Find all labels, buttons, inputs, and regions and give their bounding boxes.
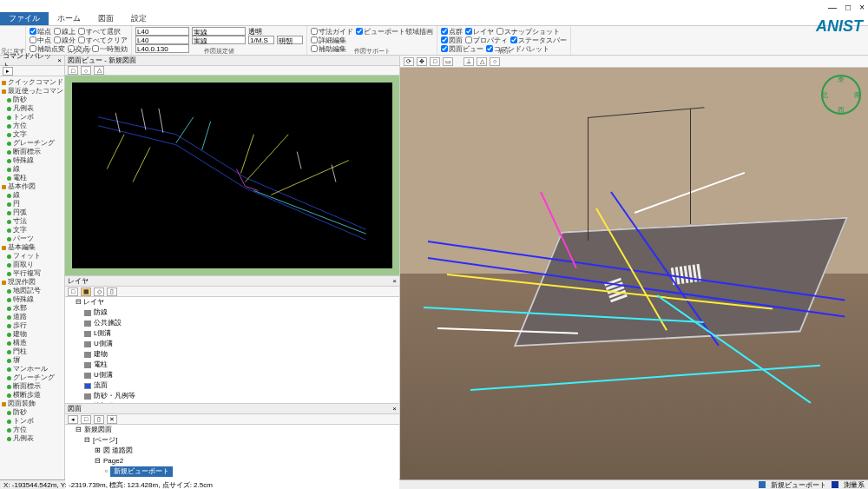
tree-item[interactable]: 地図記号 bbox=[2, 287, 62, 295]
drawings-close-icon[interactable]: × bbox=[392, 405, 397, 413]
layer-row[interactable]: U側溝 bbox=[65, 370, 399, 380]
tree-item[interactable]: 建物 bbox=[2, 330, 62, 339]
tree-item[interactable]: 円弧 bbox=[2, 208, 62, 217]
cmdpanel-close-icon[interactable]: × bbox=[57, 56, 62, 64]
tree-item[interactable]: 断面標示 bbox=[2, 382, 62, 391]
tree-item[interactable]: 方位 bbox=[2, 426, 62, 434]
tab-file[interactable]: ファイル bbox=[0, 12, 49, 25]
tab-home[interactable]: ホーム bbox=[49, 12, 89, 25]
layer-row[interactable]: L側溝 bbox=[65, 328, 399, 339]
tree-item[interactable]: 円 bbox=[2, 200, 62, 208]
tree-item[interactable]: 方位 bbox=[2, 122, 62, 130]
linetype1[interactable]: L40 bbox=[135, 27, 189, 36]
tree-item[interactable]: 面取り bbox=[2, 261, 62, 269]
layer-tool[interactable]: ◇ bbox=[94, 287, 104, 296]
app-logo: ANIST bbox=[816, 17, 863, 36]
drawing-tool[interactable]: ◂ bbox=[68, 415, 78, 424]
tree-item[interactable]: 横断歩道 bbox=[2, 391, 62, 400]
v2d-tool[interactable]: □ bbox=[68, 66, 78, 75]
tree-item[interactable]: グレーチング bbox=[2, 373, 62, 382]
tree-item[interactable]: 文字 bbox=[2, 130, 62, 139]
drawing-pages[interactable]: ⊟ [ページ] bbox=[65, 435, 399, 446]
tree-item[interactable]: 断面標示 bbox=[2, 148, 62, 156]
tree-item[interactable]: 基本編集 bbox=[2, 243, 62, 252]
tree-item[interactable]: 図面装飾 bbox=[2, 400, 62, 408]
tree-item[interactable]: 凡例表 bbox=[2, 434, 62, 443]
drawing-page1[interactable]: ⊞ 図 道路図 bbox=[65, 446, 399, 456]
layer-row[interactable]: 防砂・凡例等 bbox=[65, 391, 399, 401]
drawing-root[interactable]: ⊟ 新規図面 bbox=[65, 425, 399, 435]
tree-item[interactable]: 基本作図 bbox=[2, 182, 62, 191]
tree-item[interactable]: グレーチング bbox=[2, 139, 62, 148]
font[interactable]: 明朝 bbox=[277, 36, 303, 44]
tree-item[interactable]: 線 bbox=[2, 165, 62, 174]
scale[interactable]: 1/M.S bbox=[248, 36, 274, 44]
view2d-canvas[interactable] bbox=[65, 76, 399, 275]
layer-row[interactable]: 流面 bbox=[65, 380, 399, 391]
view3d-canvas[interactable]: 東 南 西 北 bbox=[400, 68, 868, 479]
linestyle2[interactable]: 実線 bbox=[192, 36, 246, 44]
compass[interactable]: 東 南 西 北 bbox=[821, 75, 861, 115]
tree-item[interactable]: パーツ bbox=[2, 235, 62, 243]
tree-item[interactable]: 防砂 bbox=[2, 408, 62, 417]
drawing-tool[interactable]: ▯ bbox=[94, 415, 104, 424]
v2d-tool[interactable]: △ bbox=[94, 66, 104, 75]
v3d-tool[interactable]: ▭ bbox=[443, 57, 453, 66]
max-button[interactable]: □ bbox=[845, 3, 851, 12]
drawing-tool[interactable]: □ bbox=[81, 415, 91, 424]
support-group-label: 作図サポート bbox=[307, 47, 437, 56]
tree-item[interactable]: 構造 bbox=[2, 339, 62, 347]
tool-btn[interactable]: ▸ bbox=[3, 67, 13, 76]
linetype2[interactable]: L40 bbox=[135, 36, 189, 44]
tree-item[interactable]: 門柱 bbox=[2, 347, 62, 356]
layers-close-icon[interactable]: × bbox=[392, 277, 397, 285]
tab-draw[interactable]: 図面 bbox=[89, 12, 122, 25]
tree-item[interactable]: 電柱 bbox=[2, 174, 62, 182]
tree-item[interactable]: 線 bbox=[2, 191, 62, 200]
tree-item[interactable]: トンボ bbox=[2, 113, 62, 122]
tree-item[interactable]: 塀 bbox=[2, 356, 62, 365]
layer-row[interactable]: 公共施設 bbox=[65, 318, 399, 328]
drawing-tool[interactable]: ✕ bbox=[107, 415, 117, 424]
tree-item[interactable]: マンホール bbox=[2, 365, 62, 373]
tab-settings[interactable]: 設定 bbox=[122, 12, 155, 25]
v3d-tool[interactable]: ○ bbox=[490, 57, 500, 66]
tree-item[interactable]: 最近使ったコマンド bbox=[2, 87, 62, 96]
tree-item[interactable]: フィット bbox=[2, 252, 62, 261]
tree-item[interactable]: 平行複写 bbox=[2, 269, 62, 278]
tree-item[interactable]: 特殊線 bbox=[2, 156, 62, 165]
linestyle1[interactable]: 実線 bbox=[192, 27, 246, 36]
min-button[interactable]: — bbox=[828, 3, 837, 12]
v3d-tool[interactable]: ⊥ bbox=[464, 57, 474, 66]
status-coords: X: -193544.542m, Y: -2319.739m, 標高: 123.… bbox=[3, 480, 213, 490]
layer-row[interactable]: 電柱 bbox=[65, 360, 399, 370]
v3d-tool[interactable]: ✥ bbox=[417, 57, 427, 66]
tree-item[interactable]: 水部 bbox=[2, 304, 62, 313]
tree-item[interactable]: クイックコマンド bbox=[2, 78, 62, 87]
tree-item[interactable]: 特殊線 bbox=[2, 295, 62, 304]
tree-item[interactable]: 防砂 bbox=[2, 96, 62, 104]
v3d-tool[interactable]: ⟳ bbox=[404, 57, 414, 66]
layer-tool[interactable]: ▯ bbox=[107, 287, 117, 296]
tree-item[interactable]: 歩行 bbox=[2, 321, 62, 330]
tree-item[interactable]: 凡例表 bbox=[2, 104, 62, 113]
tree-item[interactable]: 文字 bbox=[2, 226, 62, 235]
layer-row[interactable]: U側溝 bbox=[65, 339, 399, 349]
chk-vparea[interactable]: ビューポート領域描画 bbox=[356, 27, 433, 36]
layer-row[interactable]: 防線 bbox=[65, 307, 399, 318]
layer-root[interactable]: ⊟ レイヤ bbox=[65, 297, 399, 307]
layer-tool[interactable]: ▦ bbox=[81, 287, 91, 296]
v3d-tool[interactable]: △ bbox=[477, 57, 487, 66]
drawing-page2[interactable]: ⊟ Page2 bbox=[65, 456, 399, 466]
close-button[interactable]: × bbox=[859, 3, 865, 12]
tree-item[interactable]: 寸法 bbox=[2, 217, 62, 226]
layer-row[interactable]: 建物 bbox=[65, 349, 399, 360]
tree-item[interactable]: 現況作図 bbox=[2, 278, 62, 287]
tree-item[interactable]: 道路 bbox=[2, 313, 62, 321]
v2d-tool[interactable]: ○ bbox=[81, 66, 91, 75]
drawing-viewport[interactable]: ▫ 新規ビューポート bbox=[65, 466, 399, 477]
layer-tool[interactable]: □ bbox=[68, 287, 78, 296]
tree-item[interactable]: トンボ bbox=[2, 417, 62, 426]
view2d-title: 図面ビュー - 新規図面 bbox=[68, 56, 136, 65]
v3d-tool[interactable]: □ bbox=[430, 57, 440, 66]
